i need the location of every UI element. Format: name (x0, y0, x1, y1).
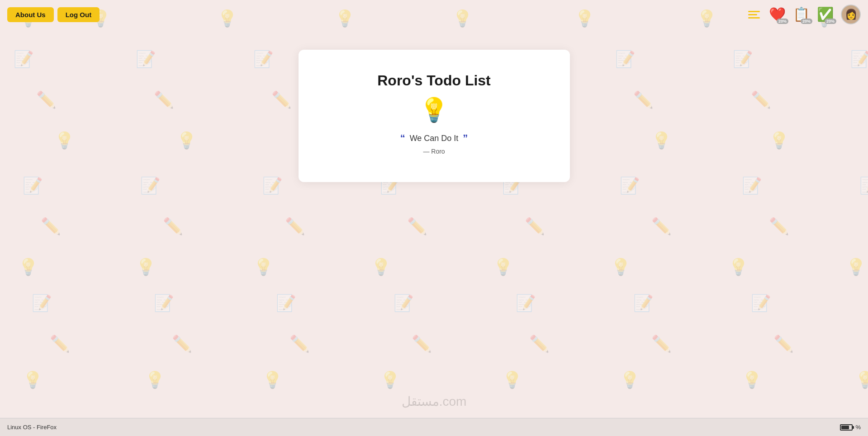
about-us-button[interactable]: About Us (7, 7, 54, 22)
main-card: Roro's Todo List 💡 “ We Can Do It ” — Ro… (299, 50, 570, 182)
close-quote-mark: ” (463, 132, 468, 144)
list-badge-label: 20% (801, 19, 812, 24)
heart-badge-label: 20% (777, 19, 788, 24)
check-stat-badge[interactable]: ✅ 20% (817, 8, 834, 21)
quote-author: — Roro (326, 148, 543, 155)
taskbar-right: % (840, 424, 861, 431)
card-title: Roro's Todo List (326, 72, 543, 89)
open-quote-mark: “ (400, 132, 405, 144)
top-nav: About Us Log Out ❤️ 20% 📋 20% ✅ 20% 👩 (0, 0, 868, 29)
user-avatar[interactable]: 👩 (841, 5, 861, 24)
watermark: مستقل.com (402, 394, 467, 409)
quote-text: We Can Do It (410, 134, 459, 143)
hamburger-menu-icon[interactable] (746, 9, 762, 20)
taskbar-os-label: Linux OS - FireFox (7, 424, 57, 431)
battery-percent-label: % (855, 424, 861, 431)
nav-right: ❤️ 20% 📋 20% ✅ 20% 👩 (746, 5, 861, 24)
nav-left: About Us Log Out (7, 7, 100, 22)
logout-button[interactable]: Log Out (57, 7, 100, 22)
taskbar: Linux OS - FireFox % (0, 418, 868, 436)
check-badge-label: 20% (825, 19, 836, 24)
battery-fill (841, 426, 849, 429)
card-quote: “ We Can Do It ” (326, 132, 543, 144)
bulb-emoji: 💡 (326, 98, 543, 122)
heart-stat-badge[interactable]: ❤️ 20% (769, 8, 786, 21)
battery-icon (840, 424, 853, 431)
list-stat-badge[interactable]: 📋 20% (793, 8, 810, 21)
